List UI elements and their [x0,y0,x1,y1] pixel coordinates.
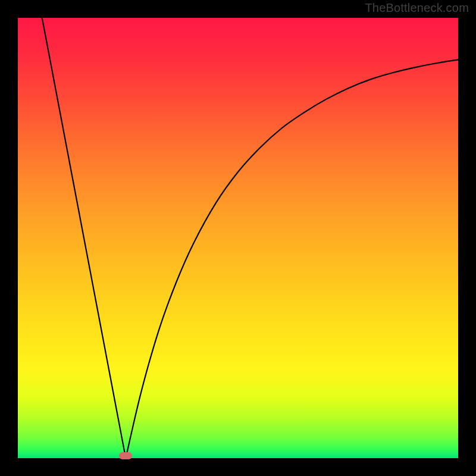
chart-frame: TheBottleneck.com [0,0,476,476]
curve-svg [18,18,458,458]
bottleneck-curve [42,18,458,458]
watermark-text: TheBottleneck.com [365,1,469,15]
plot-area [18,18,458,458]
min-marker [119,452,132,459]
